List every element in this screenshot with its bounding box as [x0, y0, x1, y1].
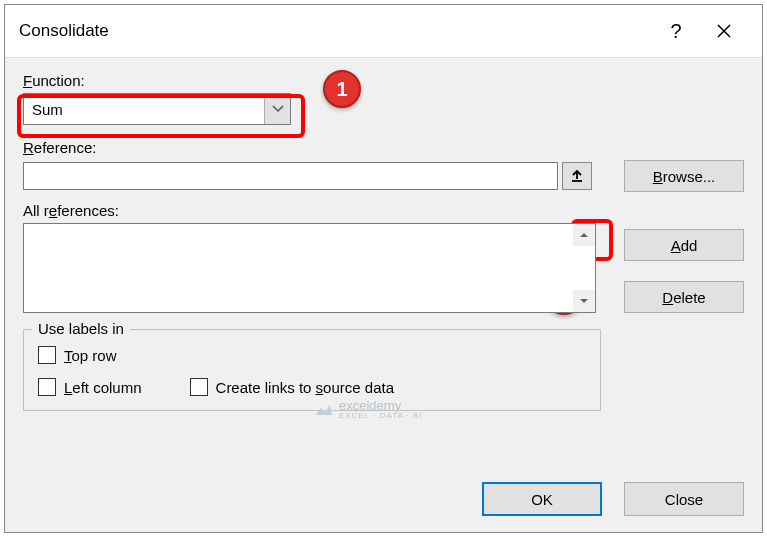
watermark-sub: EXCEL · DATA · BI	[339, 412, 423, 420]
add-button[interactable]: Add	[624, 229, 744, 261]
all-references-listbox[interactable]	[23, 223, 596, 313]
top-row-checkbox[interactable]	[38, 346, 56, 364]
all-references-label: All references:	[23, 202, 744, 219]
left-column-checkbox[interactable]	[38, 378, 56, 396]
scroll-down-button[interactable]	[573, 290, 595, 312]
consolidate-dialog: Consolidate ? Function: Sum 1 Reference:	[4, 4, 763, 533]
create-links-checkbox[interactable]	[190, 378, 208, 396]
use-labels-fieldset: Use labels in Top row Left column Create…	[23, 329, 601, 411]
left-column-label: Left column	[64, 379, 142, 396]
dialog-title: Consolidate	[19, 21, 652, 41]
dialog-content: Function: Sum 1 Reference: Br	[5, 58, 762, 472]
ok-button[interactable]: OK	[482, 482, 602, 516]
all-references-section: All references: Add Delete	[23, 202, 744, 313]
dialog-footer: OK Close	[5, 472, 762, 532]
fieldset-legend: Use labels in	[32, 320, 130, 337]
help-button[interactable]: ?	[652, 15, 700, 47]
delete-button[interactable]: Delete	[624, 281, 744, 313]
close-button[interactable]: Close	[624, 482, 744, 516]
titlebar: Consolidate ?	[5, 5, 762, 58]
reference-label: Reference:	[23, 139, 744, 156]
function-combobox[interactable]: Sum	[23, 93, 291, 125]
create-links-label: Create links to source data	[216, 379, 394, 396]
chevron-down-icon	[264, 94, 290, 124]
browse-button[interactable]: Browse...	[624, 160, 744, 192]
collapse-icon	[570, 169, 584, 183]
top-row-label: Top row	[64, 347, 117, 364]
function-section: Function: Sum 1	[23, 72, 744, 125]
function-value: Sum	[24, 101, 264, 118]
close-x-button[interactable]	[700, 15, 748, 47]
function-label: Function:	[23, 72, 744, 89]
close-icon	[716, 23, 732, 39]
reference-section: Reference: Browse... 2	[23, 139, 744, 192]
scroll-up-button[interactable]	[573, 224, 595, 246]
reference-input[interactable]	[23, 162, 558, 190]
collapse-dialog-button[interactable]	[562, 162, 592, 190]
